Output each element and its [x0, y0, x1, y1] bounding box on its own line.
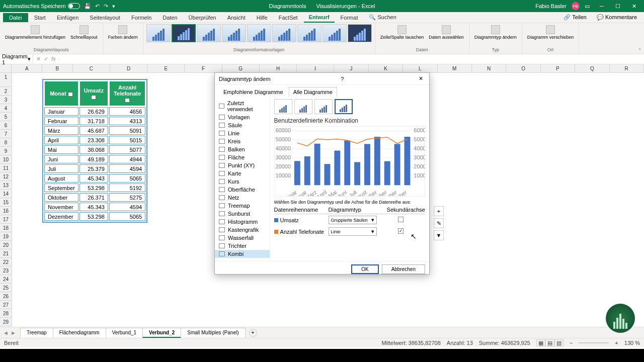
tab-suchen[interactable]: 🔍 Suchen	[364, 13, 401, 22]
row-2[interactable]: 2	[0, 87, 12, 96]
comments-button[interactable]: 💬 Kommentare	[593, 13, 641, 22]
cell[interactable]: 4656	[109, 107, 145, 116]
row-12[interactable]: 12	[0, 172, 12, 181]
user-name[interactable]: Fabio Basler	[535, 3, 567, 9]
tab-seitenlayout[interactable]: Seitenlayout	[85, 13, 125, 22]
row-23[interactable]: 23	[0, 266, 12, 275]
zoom-slider[interactable]	[579, 342, 609, 343]
sheet-tab[interactable]: Small Multiples (Panel)	[181, 328, 245, 338]
cell[interactable]: August	[44, 174, 78, 183]
cell[interactable]: November	[44, 203, 78, 211]
charttype-karte[interactable]: Karte	[215, 169, 270, 177]
cancel-fx-icon[interactable]: ✕	[36, 56, 41, 62]
th[interactable]: Umsatz	[79, 81, 108, 106]
th[interactable]: AnzahlTelefonate	[109, 81, 145, 106]
secondary-axis-checkbox[interactable]	[398, 217, 404, 222]
col-E[interactable]: E	[147, 64, 185, 72]
undo-icon[interactable]: ↶	[95, 3, 100, 10]
row-21[interactable]: 21	[0, 249, 12, 258]
filter-icon[interactable]	[125, 98, 130, 103]
row-11[interactable]: 11	[0, 164, 12, 172]
charttype-zuletzt verwendet[interactable]: Zuletzt verwendet	[215, 99, 270, 113]
tab-factset[interactable]: FactSet	[274, 13, 303, 22]
cell[interactable]: 23.308	[79, 136, 108, 144]
sheet-tab[interactable]: Treemap	[20, 328, 53, 338]
col-L[interactable]: L	[403, 64, 437, 72]
cell[interactable]: 4944	[109, 155, 145, 163]
zoom-in-icon[interactable]: +	[615, 340, 618, 346]
cell[interactable]: 5091	[109, 126, 145, 135]
zoom-out-icon[interactable]: −	[570, 340, 573, 346]
cell[interactable]: 45.343	[79, 174, 108, 183]
cell[interactable]: 38.068	[79, 145, 108, 154]
charttype-balken[interactable]: Balken	[215, 145, 270, 153]
col-J[interactable]: J	[334, 64, 368, 72]
th[interactable]: Monat	[44, 81, 78, 106]
chart-style-6[interactable]	[272, 24, 296, 42]
row-10[interactable]: 10	[0, 155, 12, 164]
combo-subtype-3[interactable]	[335, 99, 353, 114]
move-chart-button[interactable]: Diagramm verschieben	[525, 24, 576, 41]
row-13[interactable]: 13	[0, 181, 12, 190]
cell[interactable]: März	[44, 126, 78, 135]
dialog-help-icon[interactable]: ?	[341, 76, 344, 82]
minimize-icon[interactable]: ─	[595, 3, 609, 10]
charttype-treemap[interactable]: Treemap	[215, 202, 270, 210]
charttype-histogramm[interactable]: Histogramm	[215, 218, 270, 226]
tab-hilfe[interactable]: Hilfe	[252, 13, 273, 22]
fx-icon[interactable]: fx	[51, 56, 56, 62]
tab-ansicht[interactable]: Ansicht	[222, 13, 251, 22]
add-sheet-button[interactable]: +	[249, 329, 257, 337]
cell[interactable]: 31.718	[79, 117, 108, 125]
col-C[interactable]: C	[73, 64, 110, 72]
row-20[interactable]: 20	[0, 241, 12, 249]
ok-button[interactable]: OK	[351, 264, 378, 274]
collapse-ribbon-icon[interactable]: ⌃	[638, 48, 642, 53]
cell[interactable]: 5275	[109, 193, 145, 202]
cell[interactable]: 5065	[109, 174, 145, 183]
row-22[interactable]: 22	[0, 258, 12, 266]
cell[interactable]: 53.298	[79, 184, 108, 192]
enter-fx-icon[interactable]: ✓	[44, 56, 48, 62]
cell[interactable]: 4594	[109, 203, 145, 211]
cell[interactable]: 4313	[109, 117, 145, 125]
chart-plus-icon[interactable]: +	[434, 206, 444, 216]
cell[interactable]: Juni	[44, 155, 78, 163]
col-N[interactable]: N	[472, 64, 506, 72]
autosave-toggle[interactable]	[68, 3, 80, 9]
cell[interactable]: Mai	[44, 145, 78, 154]
sheet-tab[interactable]: Flächendiagramm	[53, 328, 106, 338]
filter-icon[interactable]	[91, 95, 96, 100]
avatar[interactable]: FB	[572, 2, 580, 10]
chart-filter-icon[interactable]: ▼	[434, 230, 444, 240]
dlg-tab[interactable]: Empfohlene Diagramme	[219, 87, 288, 97]
quicklayout-button[interactable]: Schnelllayout	[68, 24, 100, 41]
tab-datei[interactable]: Datei	[3, 13, 28, 22]
cell[interactable]: 25.379	[79, 164, 108, 173]
cell[interactable]: Dezember	[44, 212, 78, 221]
cell[interactable]: 5192	[109, 184, 145, 192]
chart-brush-icon[interactable]: ✎	[434, 218, 444, 228]
cell[interactable]: 26.371	[79, 193, 108, 202]
cell[interactable]: Juli	[44, 164, 78, 173]
view-layout-icon[interactable]: ▤	[545, 339, 554, 346]
tab-format[interactable]: Format	[336, 13, 363, 22]
cell[interactable]: 26.629	[79, 107, 108, 116]
cell[interactable]: 53.298	[79, 212, 108, 221]
cell[interactable]: Februar	[44, 117, 78, 125]
row-29[interactable]: 29	[0, 318, 12, 326]
chart-style-2[interactable]	[172, 24, 196, 42]
select-data-button[interactable]: Daten auswählen	[427, 24, 466, 41]
charttype-kastengrafik[interactable]: Kastengrafik	[215, 226, 270, 234]
col-P[interactable]: P	[541, 64, 575, 72]
row-25[interactable]: 25	[0, 284, 12, 292]
row-1[interactable]: 1	[0, 73, 12, 87]
col-I[interactable]: I	[297, 64, 334, 72]
filter-icon[interactable]	[68, 92, 73, 97]
close-icon[interactable]: ✕	[627, 3, 641, 10]
cell[interactable]: Januar	[44, 107, 78, 116]
row-6[interactable]: 6	[0, 121, 12, 130]
secondary-axis-checkbox[interactable]	[398, 228, 404, 234]
share-button[interactable]: 🔗 Teilen	[559, 13, 591, 22]
qat-more-icon[interactable]: ▾	[112, 3, 115, 10]
